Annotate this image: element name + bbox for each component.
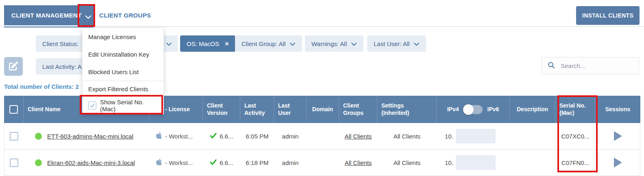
chevron-down-icon: [289, 40, 296, 47]
menu-item-show-serial-label: Show Serial No. (Mac): [100, 99, 158, 112]
os-license-cell: - Workst...: [150, 123, 203, 149]
os-license-text: - Workst...: [165, 133, 193, 140]
filter-os-macos[interactable]: OS: MacOS ×: [180, 35, 235, 52]
header-last-activity[interactable]: Last Activity: [240, 96, 274, 123]
domain-cell: [307, 150, 339, 176]
header-ip-toggle: IPv4 IPv6: [436, 96, 509, 123]
description-cell: [510, 123, 555, 149]
close-icon[interactable]: ×: [225, 40, 229, 47]
version-ok-check-icon: [210, 132, 217, 140]
checked-checkbox-icon[interactable]: [88, 101, 96, 110]
row-select-cell: [4, 150, 24, 176]
ipv4-text: 10.: [445, 133, 453, 140]
sessions-cell: [595, 150, 641, 176]
status-online-dot: [35, 133, 42, 140]
tab-client-management[interactable]: CLIENT MANAGEMENT: [4, 5, 94, 25]
client-version-text: 6.6...: [220, 133, 233, 140]
last-activity-cell: 6:05 PM: [240, 123, 274, 149]
menu-item-export-filtered-clients[interactable]: Export Filtered Clients: [83, 81, 163, 97]
redacted-ip-blur: [456, 155, 496, 170]
client-version-cell: 6.6...: [203, 123, 240, 149]
menu-item-show-serial-no-mac[interactable]: Show Serial No. (Mac): [83, 97, 163, 114]
row-checkbox[interactable]: [10, 158, 18, 167]
ipv4-text: 10.: [445, 159, 453, 166]
edit-pencil-icon: [9, 62, 18, 72]
filter-client-group[interactable]: Client Group: All: [235, 35, 302, 52]
menu-item-blocked-users-list[interactable]: Blocked Users List: [83, 63, 163, 81]
serial-no-cell: C07XC0...: [555, 123, 595, 149]
chevron-down-icon: [351, 40, 357, 47]
tab-client-groups[interactable]: CLIENT GROUPS: [99, 5, 151, 25]
last-user-cell: admin: [274, 150, 307, 176]
client-groups-link[interactable]: All Clients: [345, 159, 372, 166]
table-row: ETT-603-admins-Mac-mini.local - Workst..…: [4, 123, 640, 150]
filter-os-label: OS: MacOS: [187, 40, 219, 47]
header-domain[interactable]: Domain: [306, 96, 339, 123]
client-name-link[interactable]: Ekran-602-aids-Mac-mini-3.local: [47, 159, 135, 166]
os-license-cell: - Workst...: [150, 150, 203, 176]
client-groups-cell: All Clients: [339, 123, 377, 149]
menu-item-edit-uninstallation-key[interactable]: Edit Uninstallation Key: [83, 46, 163, 63]
client-name-link[interactable]: ETT-603-admins-Mac-mini.local: [47, 133, 133, 140]
client-groups-cell: All Clients: [339, 150, 377, 176]
header-settings[interactable]: Settings (Inherited): [377, 96, 436, 123]
filter-warnings-label: Warnings: All: [311, 40, 347, 47]
ipv6-label: IPv6: [487, 106, 499, 113]
settings-cell: All Clients: [377, 123, 437, 149]
row-checkbox[interactable]: [10, 132, 18, 141]
chevron-down-icon: [413, 40, 420, 47]
settings-cell: All Clients: [377, 150, 437, 176]
os-license-text: - Workst...: [165, 159, 193, 166]
header-description[interactable]: Description: [509, 96, 555, 123]
client-management-page: CLIENT MANAGEMENT CLIENT GROUPS INSTALL …: [0, 0, 644, 176]
ipv4-cell: 10.: [437, 150, 510, 176]
last-activity-cell: 6:18 PM: [240, 150, 274, 176]
topbar-divider: [0, 26, 644, 27]
install-clients-button[interactable]: INSTALL CLIENTS: [576, 6, 640, 25]
edit-filters-button[interactable]: [4, 57, 23, 76]
header-sessions[interactable]: Sessions: [595, 96, 640, 123]
status-online-dot: [35, 159, 42, 166]
domain-cell: [307, 123, 339, 149]
apple-os-icon: [156, 158, 162, 167]
client-management-dropdown-menu: Manage Licenses Edit Uninstallation Key …: [82, 28, 164, 114]
filter-warnings[interactable]: Warnings: All: [305, 35, 363, 52]
client-version-cell: 6.6...: [203, 150, 240, 176]
sessions-cell: [595, 123, 641, 149]
row-select-cell: [4, 123, 24, 149]
header-client-groups[interactable]: Client Groups: [339, 96, 377, 123]
ip-version-toggle[interactable]: [464, 105, 483, 114]
total-clients-label: Total number of Clients: 2: [4, 83, 79, 90]
filter-client-status-label: Client Status:: [42, 40, 78, 47]
redacted-ip-blur: [456, 129, 496, 143]
last-user-cell: admin: [274, 123, 307, 149]
version-ok-check-icon: [210, 159, 217, 166]
chevron-down-icon[interactable]: [85, 13, 91, 21]
menu-item-manage-licenses[interactable]: Manage Licenses: [83, 28, 163, 46]
client-name-cell: ETT-603-admins-Mac-mini.local: [24, 123, 150, 149]
search-input[interactable]: [560, 62, 631, 70]
search-box[interactable]: [542, 57, 639, 75]
description-cell: [510, 150, 555, 176]
ipv4-label: IPv4: [447, 106, 459, 113]
client-groups-link[interactable]: All Clients: [345, 133, 372, 140]
play-session-icon[interactable]: [614, 131, 622, 141]
filter-client-group-label: Client Group: All: [242, 40, 285, 47]
ipv4-cell: 10.: [437, 123, 510, 149]
tab-client-management-label: CLIENT MANAGEMENT: [11, 12, 82, 19]
serial-no-cell: C07FN0...: [555, 150, 595, 176]
play-session-icon[interactable]: [614, 158, 622, 167]
client-version-text: 6.6...: [220, 159, 233, 166]
apple-os-icon: [156, 132, 162, 141]
toggle-knob: [463, 104, 474, 115]
table-row: Ekran-602-aids-Mac-mini-3.local - Workst…: [4, 150, 640, 176]
filter-last-user-label: Last User: All: [374, 40, 409, 47]
chevron-down-icon: [166, 40, 172, 47]
search-icon: [548, 62, 555, 70]
filter-last-user[interactable]: Last User: All: [367, 35, 426, 52]
header-last-user[interactable]: Last User: [274, 96, 306, 123]
header-serial-no-mac[interactable]: Serial No. (Mac): [555, 96, 595, 123]
select-all-checkbox[interactable]: [9, 105, 18, 114]
header-client-version[interactable]: Client Version: [202, 96, 240, 123]
filter-last-activity-label: Last Activity: A: [42, 63, 82, 70]
